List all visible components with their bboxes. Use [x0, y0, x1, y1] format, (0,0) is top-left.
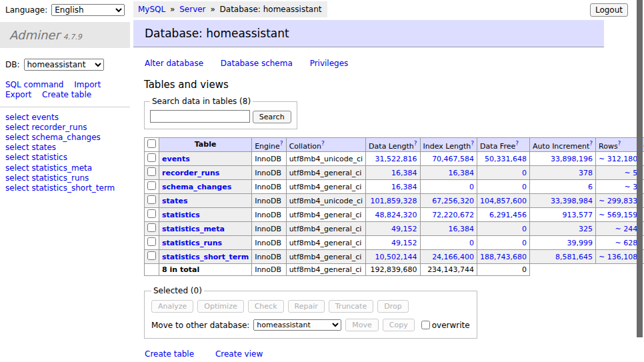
copy-button[interactable]: Copy [383, 319, 415, 331]
column-help-link[interactable]: ? [618, 140, 621, 147]
table-name-link[interactable]: statistics [162, 211, 200, 219]
column-help-link[interactable]: ? [471, 140, 474, 147]
table-name-link[interactable]: statistics_meta [162, 225, 225, 233]
column-help-link[interactable]: ? [321, 140, 325, 147]
data-length-link[interactable]: 31,522,816 [375, 155, 417, 163]
rows-link[interactable]: ~ 5 [624, 169, 637, 177]
rows-link[interactable]: ~ 136,108 [599, 253, 637, 261]
move-button[interactable]: Move [345, 319, 379, 331]
data-free-link[interactable]: 0 [522, 183, 527, 191]
move-database-select[interactable]: homeassistant [253, 319, 341, 331]
analyze-button[interactable]: Analyze [151, 300, 193, 313]
row-select-checkbox[interactable] [147, 251, 156, 260]
column-help-link[interactable]: ? [515, 140, 519, 147]
index-length-link[interactable]: 72,220,672 [432, 211, 474, 219]
auto-increment-link[interactable]: 378 [579, 169, 593, 177]
logout-button[interactable]: Logout [590, 3, 628, 17]
auto-increment-link[interactable]: 6 [588, 183, 593, 191]
vertical-scrollbar[interactable] [637, 0, 643, 337]
index-length-link[interactable]: 67,256,320 [432, 197, 474, 205]
search-input[interactable] [150, 110, 250, 123]
data-free-link[interactable]: 0 [522, 169, 527, 177]
auto-increment-link[interactable]: 913,577 [563, 211, 593, 219]
rows-link[interactable]: ~ 569,159 [599, 211, 637, 219]
db-select[interactable]: homeassistant [24, 59, 104, 71]
rows-link[interactable]: ~ 3 [624, 183, 637, 191]
sidebar-item-select-statistics[interactable]: select statistics [5, 153, 125, 162]
index-length-link[interactable]: 0 [469, 239, 474, 247]
sidebar-item-select-states[interactable]: select states [5, 143, 125, 152]
table-name-link[interactable]: statistics_runs [162, 239, 222, 247]
row-select-checkbox[interactable] [147, 167, 156, 176]
breadcrumb-server-link[interactable]: Server [179, 5, 205, 14]
data-length-link[interactable]: 49,152 [391, 239, 417, 247]
sidebar-item-select-statistics-short-term[interactable]: select statistics_short_term [5, 184, 125, 193]
data-length-link[interactable]: 101,859,328 [371, 197, 417, 205]
adminer-logo-link[interactable]: Adminer [9, 28, 60, 42]
data-free-link[interactable]: 104,857,600 [480, 197, 527, 205]
table-name-link[interactable]: statistics_short_term [162, 253, 249, 261]
index-length-link[interactable]: 16,384 [449, 225, 475, 233]
breadcrumb-mysql-link[interactable]: MySQL [138, 5, 165, 14]
column-help-link[interactable]: ? [414, 140, 417, 147]
auto-increment-link[interactable]: 325 [579, 225, 593, 233]
sidebar-link-create-table[interactable]: Create table [42, 91, 91, 100]
search-button[interactable]: Search [253, 111, 291, 123]
data-length-link[interactable]: 49,152 [391, 225, 417, 233]
rows-link[interactable]: ~ 299,833 [599, 197, 637, 205]
create-table-link[interactable]: Create table [145, 349, 194, 359]
select-all-checkbox[interactable] [147, 139, 156, 148]
check-button[interactable]: Check [248, 300, 284, 313]
sidebar-link-export[interactable]: Export [5, 91, 31, 100]
data-free-link[interactable]: 188,743,680 [480, 253, 527, 261]
database-schema-link[interactable]: Database schema [221, 59, 293, 68]
data-free-link[interactable]: 0 [522, 225, 527, 233]
sidebar-link-import[interactable]: Import [74, 81, 101, 90]
rows-link[interactable]: ~ 244 [615, 225, 637, 233]
rows-link[interactable]: ~ 312,180 [599, 155, 637, 163]
data-length-link[interactable]: 16,384 [391, 169, 417, 177]
table-name-link[interactable]: recorder_runs [162, 169, 219, 177]
row-select-checkbox[interactable] [147, 223, 156, 232]
table-name-link[interactable]: schema_changes [162, 183, 231, 191]
row-select-checkbox[interactable] [147, 195, 156, 204]
alter-database-link[interactable]: Alter database [145, 59, 203, 68]
optimize-button[interactable]: Optimize [197, 300, 243, 313]
row-select-checkbox[interactable] [147, 209, 156, 218]
auto-increment-link[interactable]: 39,999 [567, 239, 593, 247]
drop-button[interactable]: Drop [377, 300, 408, 313]
create-view-link[interactable]: Create view [215, 349, 263, 359]
truncate-button[interactable]: Truncate [329, 300, 373, 313]
sidebar-item-select-statistics-meta[interactable]: select statistics_meta [5, 164, 125, 173]
overwrite-checkbox[interactable] [421, 321, 430, 329]
column-help-link[interactable]: ? [589, 140, 593, 147]
auto-increment-link[interactable]: 33,398,984 [551, 197, 593, 205]
row-select-checkbox[interactable] [147, 181, 156, 190]
privileges-link[interactable]: Privileges [310, 59, 349, 68]
table-name-link[interactable]: states [162, 197, 188, 205]
sidebar-link-sql-command[interactable]: SQL command [5, 81, 63, 90]
auto-increment-link[interactable]: 8,581,645 [555, 253, 593, 261]
sidebar-item-select-schema-changes[interactable]: select schema_changes [5, 133, 125, 142]
column-help-link[interactable]: ? [280, 140, 283, 147]
rows-link[interactable]: ~ 628 [615, 239, 637, 247]
data-free-link[interactable]: 6,291,456 [489, 211, 527, 219]
index-length-link[interactable]: 0 [469, 183, 474, 191]
sidebar-item-select-recorder-runs[interactable]: select recorder_runs [5, 123, 125, 132]
row-select-checkbox[interactable] [147, 237, 156, 246]
repair-button[interactable]: Repair [288, 300, 325, 313]
auto-increment-link[interactable]: 33,898,196 [551, 155, 593, 163]
table-name-link[interactable]: events [162, 155, 190, 163]
language-select[interactable]: English [51, 4, 125, 16]
sidebar-item-select-events[interactable]: select events [5, 113, 125, 122]
sidebar-item-select-statistics-runs[interactable]: select statistics_runs [5, 174, 125, 183]
data-length-link[interactable]: 10,502,144 [375, 253, 417, 261]
data-free-link[interactable]: 50,331,648 [485, 155, 527, 163]
index-length-link[interactable]: 24,166,400 [432, 253, 474, 261]
data-length-link[interactable]: 48,824,320 [375, 211, 417, 219]
data-free-link[interactable]: 0 [522, 239, 527, 247]
row-select-checkbox[interactable] [147, 153, 156, 162]
index-length-link[interactable]: 70,467,584 [432, 155, 474, 163]
data-length-link[interactable]: 16,384 [391, 183, 417, 191]
index-length-link[interactable]: 16,384 [449, 169, 475, 177]
